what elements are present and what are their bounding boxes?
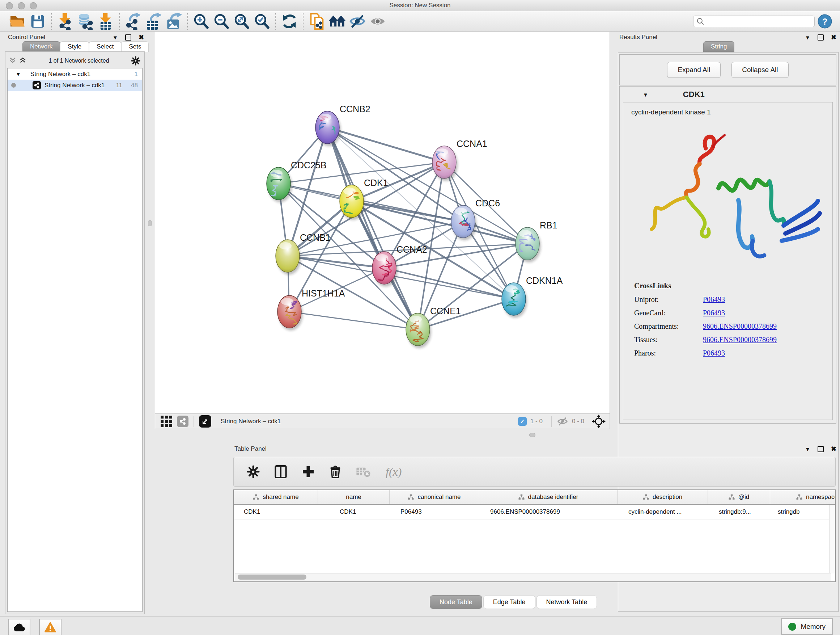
table-cell[interactable]: CDK1 bbox=[234, 505, 318, 519]
network-options-gear-icon[interactable] bbox=[131, 56, 141, 65]
node-CCNB2[interactable]: CCNB2 bbox=[316, 104, 370, 146]
node-HIST1H1A[interactable]: HIST1H1A bbox=[278, 288, 345, 331]
table-panel-close-icon[interactable]: ✖ bbox=[831, 446, 836, 452]
grid-view-icon[interactable] bbox=[160, 415, 172, 428]
expand-all-networks-icon[interactable] bbox=[19, 57, 27, 65]
scrollbar-thumb[interactable] bbox=[238, 575, 306, 580]
tab-style[interactable]: Style bbox=[60, 41, 89, 52]
minimize-window-button[interactable] bbox=[18, 2, 25, 10]
table-cell[interactable]: stringdb:9... bbox=[708, 505, 770, 519]
tab-network[interactable]: Network bbox=[22, 41, 60, 52]
open-session-button[interactable] bbox=[7, 13, 27, 30]
table-vertical-scrollbar[interactable] bbox=[829, 505, 835, 573]
tab-edge-table[interactable]: Edge Table bbox=[483, 595, 535, 609]
collapse-all-button[interactable]: Collapse All bbox=[731, 62, 788, 78]
birds-eye-view-icon[interactable] bbox=[199, 415, 211, 428]
first-neighbors-button[interactable] bbox=[327, 13, 347, 30]
table-panel-float-icon[interactable] bbox=[818, 446, 824, 452]
select-columns-icon[interactable] bbox=[274, 465, 287, 478]
zoom-out-button[interactable] bbox=[211, 13, 232, 30]
column-header-name[interactable]: name bbox=[318, 490, 390, 504]
add-column-icon[interactable] bbox=[302, 465, 315, 478]
node-CDKN1A[interactable]: CDKN1A bbox=[502, 276, 563, 318]
network-view-icon[interactable] bbox=[177, 416, 188, 427]
column-header-canonical-name[interactable]: canonical name bbox=[390, 490, 479, 504]
zoom-in-button[interactable] bbox=[191, 13, 211, 30]
maximize-window-button[interactable] bbox=[30, 2, 37, 10]
import-table-from-file-button[interactable] bbox=[95, 13, 116, 30]
refresh-button[interactable] bbox=[279, 13, 300, 30]
table-cell[interactable]: stringdb bbox=[770, 505, 836, 519]
fit-content-button[interactable] bbox=[232, 13, 252, 30]
edge-HIST1H1A-CCNE1[interactable] bbox=[289, 312, 418, 329]
edge-CDK1-RB1[interactable] bbox=[352, 201, 527, 244]
column-header-shared-name[interactable]: shared name bbox=[234, 490, 318, 504]
crosslink-link[interactable]: P06493 bbox=[703, 309, 725, 317]
show-all-button[interactable] bbox=[368, 13, 388, 30]
table-cell[interactable]: CDK1 bbox=[318, 505, 390, 519]
table-row[interactable]: CDK1CDK1P064939606.ENSP00000378699cyclin… bbox=[234, 505, 835, 519]
search-input[interactable] bbox=[704, 18, 811, 25]
node-CCNA1[interactable]: CCNA1 bbox=[432, 139, 487, 181]
zoom-selected-button[interactable] bbox=[252, 13, 272, 30]
collapse-all-networks-icon[interactable] bbox=[9, 57, 17, 65]
delete-column-trash-icon[interactable] bbox=[329, 465, 341, 478]
memory-button[interactable]: Memory bbox=[781, 618, 833, 635]
help-button[interactable]: ? bbox=[815, 13, 835, 30]
expand-all-button[interactable]: Expand All bbox=[667, 62, 721, 78]
results-panel-close-icon[interactable]: ✖ bbox=[831, 34, 836, 41]
table-cell[interactable]: P06493 bbox=[390, 505, 479, 519]
selected-checkbox-icon[interactable]: ✓ bbox=[518, 417, 527, 426]
node-RB1[interactable]: RB1 bbox=[515, 220, 557, 263]
move-crosshair-icon[interactable] bbox=[592, 414, 606, 429]
crosslink-link[interactable]: 9606.ENSP00000378699 bbox=[703, 336, 777, 344]
edge-CCNA2-CDKN1A[interactable] bbox=[384, 268, 514, 299]
export-table-button[interactable] bbox=[143, 13, 164, 30]
column-header-namespace[interactable]: namespace bbox=[770, 490, 836, 504]
edge-CCNB2-CCNA1[interactable] bbox=[327, 127, 444, 162]
control-panel-menu-icon[interactable]: ▼ bbox=[112, 35, 118, 40]
node-CDC6[interactable]: CDC6 bbox=[451, 198, 500, 241]
node-CCNE1[interactable]: CCNE1 bbox=[406, 306, 461, 348]
crosslink-link[interactable]: 9606.ENSP00000378699 bbox=[703, 322, 777, 331]
table-panel-menu-icon[interactable]: ▼ bbox=[805, 447, 810, 452]
column-header--id[interactable]: @id bbox=[708, 490, 770, 504]
import-network-from-database-button[interactable] bbox=[75, 13, 95, 30]
global-search-box[interactable] bbox=[693, 16, 815, 27]
results-panel-float-icon[interactable] bbox=[818, 35, 824, 41]
export-network-button[interactable] bbox=[123, 13, 143, 30]
close-window-button[interactable] bbox=[6, 2, 13, 10]
tab-select[interactable]: Select bbox=[89, 41, 121, 52]
tab-string[interactable]: String bbox=[703, 41, 734, 52]
node-table[interactable]: shared namenamecanonical namedatabase id… bbox=[233, 489, 836, 582]
save-session-button[interactable] bbox=[27, 13, 48, 30]
network-row[interactable]: String Network – cdk1 11 48 bbox=[8, 80, 142, 91]
cloud-button[interactable] bbox=[8, 619, 30, 635]
results-panel-menu-icon[interactable]: ▼ bbox=[805, 35, 810, 40]
tree-expander-icon[interactable]: ▼ bbox=[16, 71, 21, 77]
tab-network-table[interactable]: Network Table bbox=[537, 595, 597, 609]
export-image-button[interactable] bbox=[164, 13, 184, 30]
control-panel-float-icon[interactable] bbox=[125, 35, 131, 41]
table-horizontal-scrollbar[interactable] bbox=[235, 573, 831, 581]
table-gear-icon[interactable] bbox=[247, 465, 260, 478]
edge-CCNB2-CCNE1[interactable] bbox=[327, 127, 418, 329]
control-panel-close-icon[interactable]: ✖ bbox=[139, 34, 144, 41]
table-cell[interactable]: 9606.ENSP00000378699 bbox=[479, 505, 617, 519]
crosslink-link[interactable]: P06493 bbox=[703, 295, 725, 304]
column-header-database-identifier[interactable]: database identifier bbox=[479, 490, 617, 504]
network-graph[interactable]: CCNB2CCNA1CDC25BCDK1CDC6RB1CCNB1CCNA2CDK… bbox=[155, 32, 610, 414]
duplicate-network-button[interactable] bbox=[307, 13, 327, 30]
edge-CCNB1-CCNA2[interactable] bbox=[287, 256, 384, 268]
left-splitter-handle[interactable] bbox=[148, 220, 152, 226]
warnings-button[interactable] bbox=[39, 619, 62, 635]
hide-selected-button[interactable] bbox=[347, 13, 368, 30]
horizontal-splitter-handle[interactable] bbox=[529, 433, 535, 437]
table-cell[interactable]: cyclin-dependent ... bbox=[617, 505, 708, 519]
tab-sets[interactable]: Sets bbox=[121, 41, 149, 52]
crosslink-link[interactable]: P06493 bbox=[703, 349, 725, 357]
protein-section-expander-icon[interactable]: ▼ bbox=[643, 92, 648, 97]
import-network-from-file-button[interactable] bbox=[55, 13, 75, 30]
column-header-description[interactable]: description bbox=[617, 490, 708, 504]
edge-CCNB2-RB1[interactable] bbox=[327, 127, 527, 244]
